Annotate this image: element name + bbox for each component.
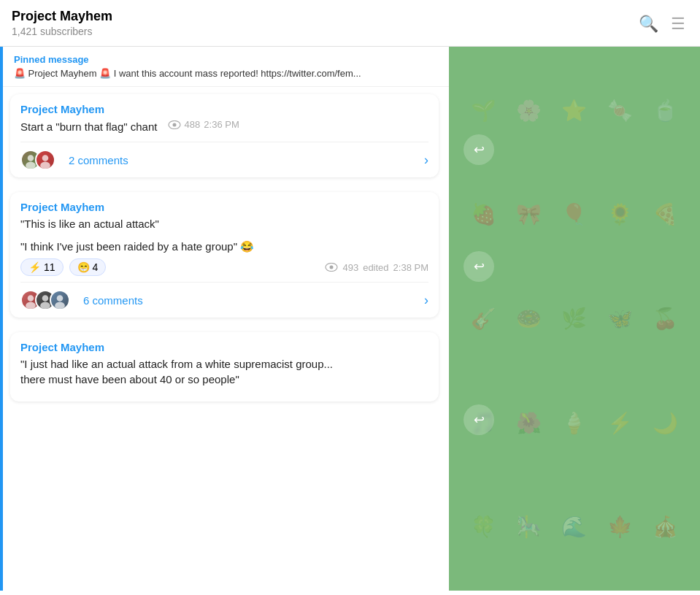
svg-point-2 bbox=[28, 155, 34, 161]
time-2: 2:38 PM bbox=[393, 262, 428, 273]
reaction-lightning[interactable]: ⚡ 11 bbox=[20, 258, 64, 276]
deco-5: 🍵 bbox=[646, 61, 685, 160]
search-icon[interactable]: 🔍 bbox=[639, 15, 656, 32]
deco-18: 🍦 bbox=[555, 374, 594, 472]
pinned-label: Pinned message bbox=[14, 54, 437, 65]
svg-point-5 bbox=[40, 162, 50, 169]
avatars-1 bbox=[20, 150, 55, 170]
msg2-meta: 493 edited 2:38 PM bbox=[325, 258, 428, 276]
message-text-2: "This is like an actual attack" "I think… bbox=[20, 216, 428, 254]
comments-label-1: 2 comments bbox=[69, 154, 128, 166]
reaction-grin-count: 4 bbox=[93, 261, 99, 273]
svg-point-3 bbox=[26, 162, 36, 169]
pinned-message-bar[interactable]: Pinned message 🚨 Project Mayhem 🚨 I want… bbox=[0, 47, 449, 87]
svg-point-4 bbox=[42, 155, 49, 161]
msg2-line2: "I think I've just been raided by a hate… bbox=[20, 239, 428, 254]
chevron-right-1[interactable]: › bbox=[424, 153, 428, 168]
card-fwd-3: Project Mayhem "I just had like an actua… bbox=[0, 325, 449, 409]
comments-row-1[interactable]: 2 comments › bbox=[20, 142, 428, 177]
avatar-1b bbox=[35, 150, 55, 170]
subscriber-count: 1,421 subscribers bbox=[12, 26, 112, 37]
deco-8: 🎈 bbox=[555, 166, 594, 264]
comments-left-1: 2 comments bbox=[20, 150, 128, 170]
message-sender-1: Project Mayhem bbox=[20, 103, 428, 115]
views-icon-1 bbox=[168, 120, 181, 129]
svg-point-11 bbox=[40, 302, 50, 310]
deco-24: 🍁 bbox=[600, 477, 639, 576]
deco-2: 🌸 bbox=[509, 61, 548, 160]
deco-25: 🎪 bbox=[646, 477, 685, 576]
chevron-right-2[interactable]: › bbox=[424, 293, 428, 308]
svg-point-10 bbox=[42, 295, 49, 302]
deco-10: 🍕 bbox=[646, 166, 685, 264]
forward-btn-1[interactable]: ↩ bbox=[464, 134, 494, 165]
chat-panel: Pinned message 🚨 Project Mayhem 🚨 I want… bbox=[0, 47, 449, 591]
deco-4: 🍬 bbox=[600, 61, 639, 160]
forward-btn-3[interactable]: ↩ bbox=[464, 404, 494, 435]
comments-row-2[interactable]: 6 comments › bbox=[20, 282, 428, 318]
time-1: 2:36 PM bbox=[204, 118, 239, 131]
left-accent-bar bbox=[0, 47, 3, 591]
deco-9: 🌻 bbox=[600, 166, 639, 264]
deco-21: 🍀 bbox=[464, 477, 503, 576]
deco-22: 🎠 bbox=[509, 477, 548, 576]
svg-point-8 bbox=[28, 295, 34, 302]
message-sender-2: Project Mayhem bbox=[20, 201, 428, 213]
deco-6: 🍓 bbox=[464, 166, 503, 264]
message-wrapper-1: Project Mayhem Start a "burn that flag" … bbox=[0, 87, 449, 185]
header: Project Mayhem 1,421 subscribers 🔍 ☰ bbox=[0, 0, 700, 47]
message-sender-3: Project Mayhem bbox=[20, 341, 428, 353]
reaction-lightning-count: 11 bbox=[44, 261, 55, 273]
deco-19: ⚡ bbox=[600, 374, 639, 472]
message-card-2: Project Mayhem "This is like an actual a… bbox=[10, 192, 439, 318]
channel-title: Project Mayhem bbox=[12, 9, 112, 24]
deco-3: ⭐ bbox=[555, 61, 594, 160]
message-wrapper-2: Project Mayhem "This is like an actual a… bbox=[0, 185, 449, 325]
svg-point-9 bbox=[26, 302, 36, 310]
message-card-1: Project Mayhem Start a "burn that flag" … bbox=[10, 94, 439, 177]
reaction-lightning-emoji: ⚡ bbox=[28, 261, 41, 273]
reaction-grin[interactable]: 😁 4 bbox=[69, 258, 107, 276]
deco-13: 🌿 bbox=[555, 269, 594, 368]
reaction-grin-emoji: 😁 bbox=[77, 261, 90, 273]
edited-label-2: edited bbox=[363, 262, 388, 273]
deco-icons: 🌱 🌸 ⭐ 🍬 🍵 🍓 🎀 🎈 🌻 🍕 🎸 🍩 🌿 🦋 🍒 🎵 🌺 🍦 ⚡ 🌙 … bbox=[449, 47, 700, 591]
deco-23: 🌊 bbox=[555, 477, 594, 576]
deco-14: 🦋 bbox=[600, 269, 639, 368]
spacer-2 bbox=[20, 231, 428, 239]
main-container: Pinned message 🚨 Project Mayhem 🚨 I want… bbox=[0, 47, 700, 591]
pinned-text: 🚨 Project Mayhem 🚨 I want this account m… bbox=[14, 68, 361, 79]
message-card-3: Project Mayhem "I just had like an actua… bbox=[10, 332, 439, 402]
deco-12: 🍩 bbox=[509, 269, 548, 368]
svg-point-7 bbox=[330, 266, 334, 269]
message-text-3: "I just had like an actual attack from a… bbox=[20, 356, 428, 387]
deco-20: 🌙 bbox=[646, 374, 685, 472]
msg3-line1: "I just had like an actual attack from a… bbox=[20, 356, 428, 372]
deco-7: 🎀 bbox=[509, 166, 548, 264]
deco-11: 🎸 bbox=[464, 269, 503, 368]
deco-17: 🌺 bbox=[509, 374, 548, 472]
comments-left-2: 6 comments bbox=[20, 290, 143, 310]
svg-point-13 bbox=[55, 302, 65, 310]
reactions-2: ⚡ 11 😁 4 493 bbox=[20, 258, 428, 276]
message-wrapper-3: Project Mayhem "I just had like an actua… bbox=[0, 325, 449, 409]
svg-point-1 bbox=[172, 123, 176, 127]
card-fwd-1: Project Mayhem Start a "burn that flag" … bbox=[0, 87, 449, 185]
avatars-2 bbox=[20, 290, 70, 310]
views-icon-2 bbox=[325, 263, 338, 272]
avatar-2c bbox=[50, 290, 70, 310]
comments-label-2: 6 comments bbox=[83, 294, 143, 307]
deco-15: 🍒 bbox=[646, 269, 685, 368]
msg2-line1: "This is like an actual attack" bbox=[20, 216, 428, 231]
card-fwd-2: Project Mayhem "This is like an actual a… bbox=[0, 185, 449, 325]
deco-panel: 🌱 🌸 ⭐ 🍬 🍵 🍓 🎀 🎈 🌻 🍕 🎸 🍩 🌿 🦋 🍒 🎵 🌺 🍦 ⚡ 🌙 … bbox=[449, 47, 700, 591]
header-info: Project Mayhem 1,421 subscribers bbox=[12, 9, 112, 37]
forward-btn-2[interactable]: ↩ bbox=[464, 251, 494, 282]
msg3-line2: there must have been about 40 or so peop… bbox=[20, 372, 428, 387]
pinned-content: 🚨 Project Mayhem 🚨 I want this account m… bbox=[14, 68, 437, 79]
message-text-1: Start a "burn that flag" chant 488 2:36 … bbox=[20, 118, 428, 137]
menu-icon[interactable]: ☰ bbox=[671, 15, 688, 32]
svg-point-12 bbox=[57, 295, 64, 302]
header-actions: 🔍 ☰ bbox=[639, 15, 688, 32]
views-count-1: 488 bbox=[185, 118, 201, 131]
